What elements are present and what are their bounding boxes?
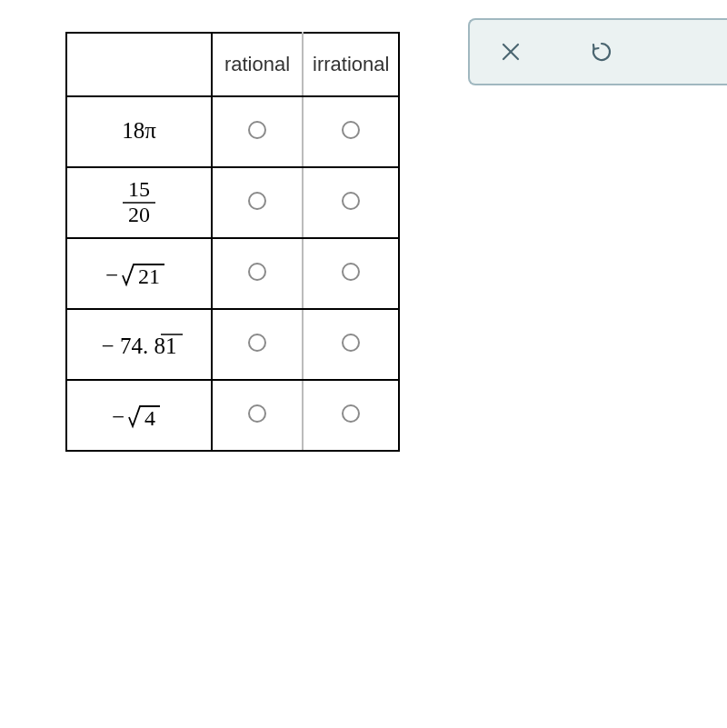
radio-cell — [212, 380, 303, 451]
radio-cell — [303, 238, 399, 309]
expression-fraction-15-20: 15 20 — [112, 176, 166, 229]
radio-rational-3[interactable] — [248, 334, 266, 352]
table-row: 18π — [66, 96, 399, 167]
svg-text:− 74. 81: − 74. 81 — [102, 334, 177, 358]
radio-irrational-2[interactable] — [342, 263, 360, 281]
svg-text:4: 4 — [144, 406, 155, 430]
table-row: 15 20 — [66, 167, 399, 238]
radio-cell — [303, 167, 399, 238]
expression-cell: − 74. 81 — [66, 309, 212, 380]
close-icon — [501, 42, 521, 62]
radio-cell — [303, 309, 399, 380]
svg-text:18π: 18π — [122, 118, 156, 143]
table-row: − 74. 81 — [66, 309, 399, 380]
undo-icon — [590, 40, 613, 64]
radio-rational-0[interactable] — [248, 121, 266, 139]
classification-table: rational irrational 18π 15 20 — [65, 32, 400, 452]
toolbar — [468, 18, 727, 85]
table-row: − 4 — [66, 380, 399, 451]
svg-text:−: − — [112, 404, 124, 429]
radio-cell — [212, 96, 303, 167]
radio-cell — [212, 238, 303, 309]
table-header-row: rational irrational — [66, 33, 399, 96]
svg-text:21: 21 — [138, 264, 160, 288]
radio-rational-4[interactable] — [248, 404, 266, 423]
radio-rational-2[interactable] — [248, 263, 266, 281]
header-rational: rational — [212, 33, 303, 96]
radio-cell — [303, 96, 399, 167]
header-irrational: irrational — [303, 33, 399, 96]
close-button[interactable] — [497, 38, 524, 65]
radio-rational-1[interactable] — [248, 192, 266, 210]
svg-text:15: 15 — [128, 177, 150, 201]
header-blank — [66, 33, 212, 96]
expression-cell: − 21 — [66, 238, 212, 309]
radio-cell — [212, 309, 303, 380]
radio-irrational-0[interactable] — [342, 121, 360, 139]
expression-neg-74-81-repeating: − 74. 81 — [85, 326, 194, 363]
radio-cell — [212, 167, 303, 238]
expression-cell: 15 20 — [66, 167, 212, 238]
svg-text:20: 20 — [128, 203, 150, 226]
svg-text:−: − — [105, 263, 118, 287]
radio-irrational-1[interactable] — [342, 192, 360, 210]
undo-button[interactable] — [588, 38, 615, 65]
expression-cell: − 4 — [66, 380, 212, 451]
radio-cell — [303, 380, 399, 451]
expression-neg-sqrt-4: − 4 — [98, 397, 180, 434]
expression-cell: 18π — [66, 96, 212, 167]
radio-irrational-4[interactable] — [342, 404, 360, 423]
expression-neg-sqrt-21: − 21 — [94, 255, 184, 292]
table-row: − 21 — [66, 238, 399, 309]
radio-irrational-3[interactable] — [342, 334, 360, 352]
expression-18pi: 18π — [112, 118, 166, 145]
